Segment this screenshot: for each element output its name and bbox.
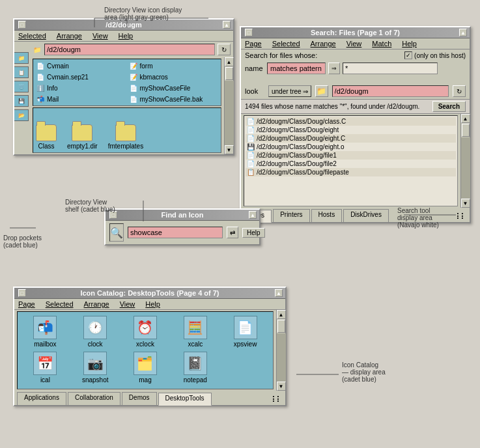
folder-icon (72, 124, 92, 141)
catalog-item[interactable]: ⏰ xclock (122, 316, 169, 349)
find-icon-title: Find an Icon (117, 211, 247, 219)
catalog-item[interactable]: 📬 mailbox (21, 316, 69, 349)
dir-close-btn[interactable]: □ (18, 21, 26, 29)
dir-max-btn[interactable]: ▲ (223, 21, 231, 29)
catalog-scrollbar[interactable]: ▲ ▼ (276, 310, 285, 391)
list-item[interactable]: 📬 Mail (35, 94, 127, 104)
catalog-item[interactable]: 🧮 xcalc (171, 316, 219, 349)
search-close-btn[interactable]: □ (245, 29, 253, 36)
result-item[interactable]: 📄 /d2/dougm/Class/Doug/file1 (246, 151, 456, 160)
find-icon-arrow-btn[interactable]: ⇄ (227, 227, 238, 238)
search-menu-page[interactable]: Page (242, 39, 264, 48)
list-item[interactable]: 📄 myShowCaseFile.bak (128, 94, 220, 104)
result-item[interactable]: 📄 /d2/dougm/Class/Doug/eight (246, 126, 456, 134)
file-name: Info (47, 85, 58, 92)
dir-menu-help[interactable]: Help (116, 31, 136, 40)
result-icon: 💾 (247, 143, 255, 150)
dir-menu-selected[interactable]: Selected (16, 31, 49, 40)
dir-menu-view[interactable]: View (90, 31, 111, 40)
catalog-menu-view[interactable]: View (117, 300, 138, 309)
dir-path-input[interactable] (44, 44, 215, 55)
drop-pocket-5[interactable]: 📂 (14, 109, 29, 121)
catalog-item[interactable]: 🗂️ mag (122, 352, 169, 385)
results-scroll-up[interactable]: ▲ (461, 114, 470, 123)
search-menu-match[interactable]: Match (369, 39, 394, 48)
search-menu-selected[interactable]: Selected (270, 39, 303, 48)
result-item[interactable]: 📄 /d2/dougm/Class/Doug/eight.C (246, 134, 456, 143)
only-on-host-checkbox[interactable]: ✓ (404, 51, 412, 59)
catalog-scroll-down[interactable]: ▼ (277, 382, 286, 391)
search-max-btn[interactable]: ▲ (459, 29, 467, 36)
list-item[interactable]: 📝 kbmacros (128, 72, 220, 82)
list-item[interactable]: 📄 myShowCaseFile (128, 83, 220, 93)
dir-menu-arrange[interactable]: Arrange (54, 31, 85, 40)
catalog-items-area: 📬 mailbox 🕐 clock ⏰ xclock 🧮 xcalc 📄 (17, 311, 274, 389)
look-path-input[interactable] (332, 85, 449, 97)
tab-diskdrives[interactable]: DiskDrives (343, 209, 389, 222)
catalog-item[interactable]: 📄 xpsview (221, 316, 269, 349)
under-tree-select[interactable]: under tree ⇒ (268, 85, 311, 97)
result-item[interactable]: 📄 /d2/dougm/Class/Doug/class.C (246, 117, 456, 126)
drop-pocket-3[interactable]: 🗑️ (14, 81, 29, 92)
file-icon: 📝 (129, 61, 138, 70)
dir-window-title: /d2/dougm (26, 21, 221, 29)
list-item[interactable]: 📝 form (128, 61, 220, 71)
drop-pocket-1[interactable]: 📁 (14, 52, 29, 64)
search-menu-view[interactable]: View (344, 39, 365, 48)
list-item[interactable]: ℹ️ Info (35, 83, 127, 93)
result-path: /d2/dougm/Class/Doug/eight.C (257, 135, 345, 142)
catalog-item[interactable]: 📓 notepad (171, 352, 219, 385)
dir-scrollbar[interactable]: ▲ ▼ (224, 57, 233, 154)
results-scroll-thumb[interactable] (462, 124, 470, 137)
tab-collaboration[interactable]: Collaboration (68, 392, 120, 405)
search-menu-help[interactable]: Help (399, 39, 419, 48)
scrollbar-thumb[interactable] (225, 67, 233, 80)
list-item[interactable]: 📄 Cvmain (35, 61, 127, 71)
dir-refresh-btn[interactable]: ↻ (218, 44, 231, 55)
results-scroll-down[interactable]: ▼ (461, 199, 470, 208)
results-scrollbar[interactable]: ▲ ▼ (460, 114, 470, 208)
shelf-item[interactable]: empty1.dir (67, 124, 98, 150)
look-refresh-btn[interactable]: ↻ (453, 85, 466, 97)
tab-hosts[interactable]: Hosts (311, 209, 343, 222)
tab-printers[interactable]: Printers (273, 209, 309, 222)
catalog-max-btn[interactable]: ▲ (275, 289, 283, 297)
catalog-close-btn[interactable]: □ (18, 289, 26, 297)
search-button[interactable]: Search (432, 101, 466, 112)
catalog-menu-help[interactable]: Help (143, 300, 163, 309)
tab-demos[interactable]: Demos (122, 392, 157, 405)
list-item[interactable]: 📄 Cvmain.sep21 (35, 72, 127, 82)
shelf-item[interactable]: fmtemplates (108, 124, 143, 150)
shelf-item[interactable]: Class (36, 124, 57, 150)
find-icon-max-btn[interactable]: ▲ (249, 211, 257, 219)
catalog-menu-selected[interactable]: Selected (43, 300, 76, 309)
pattern-value-input[interactable] (343, 63, 438, 74)
catalog-item[interactable]: 🕐 clock (72, 316, 119, 349)
tab-applications[interactable]: Applications (17, 392, 66, 405)
catalog-scroll-thumb[interactable] (277, 320, 285, 333)
catalog-item[interactable]: 📅 ical (21, 352, 69, 385)
scrollbar-up-btn[interactable]: ▲ (225, 57, 234, 66)
drop-pocket-4[interactable]: 💾 (14, 95, 29, 107)
file-icon: 📄 (129, 83, 138, 92)
drop-pocket-2[interactable]: 📋 (14, 66, 29, 78)
tab-desktoptools[interactable]: DesktopTools (158, 393, 212, 406)
scrollbar-down-btn[interactable]: ▼ (225, 145, 234, 154)
catalog-menu-arrange[interactable]: Arrange (81, 300, 112, 309)
find-icon-help-btn[interactable]: Help (242, 228, 265, 238)
catalog-menubar: Page Selected Arrange View Help (14, 299, 285, 310)
result-item[interactable]: 💾 /d2/dougm/Class/Doug/eight.o (246, 143, 456, 151)
result-icon: 📄 (247, 126, 255, 133)
result-item[interactable]: 📋 /d2/dougm/Class/Doug/filepaste (246, 168, 456, 176)
catalog-scroll-up[interactable]: ▲ (277, 310, 286, 319)
search-menu-arrange[interactable]: Arrange (308, 39, 339, 48)
result-item[interactable]: 📄 /d2/dougm/Class/Doug/file2 (246, 160, 456, 168)
pattern-arrow-btn[interactable]: ⇒ (328, 63, 340, 74)
catalog-menu-page[interactable]: Page (16, 300, 38, 309)
catalog-item-label: ical (40, 376, 50, 384)
find-icon-input[interactable] (128, 227, 223, 238)
dir-window-titlebar: □ /d2/dougm ▲ (14, 20, 233, 31)
results-scroll-track (461, 137, 470, 199)
catalog-item-label: notepad (184, 376, 207, 384)
catalog-item[interactable]: 📷 snapshot (72, 352, 119, 385)
